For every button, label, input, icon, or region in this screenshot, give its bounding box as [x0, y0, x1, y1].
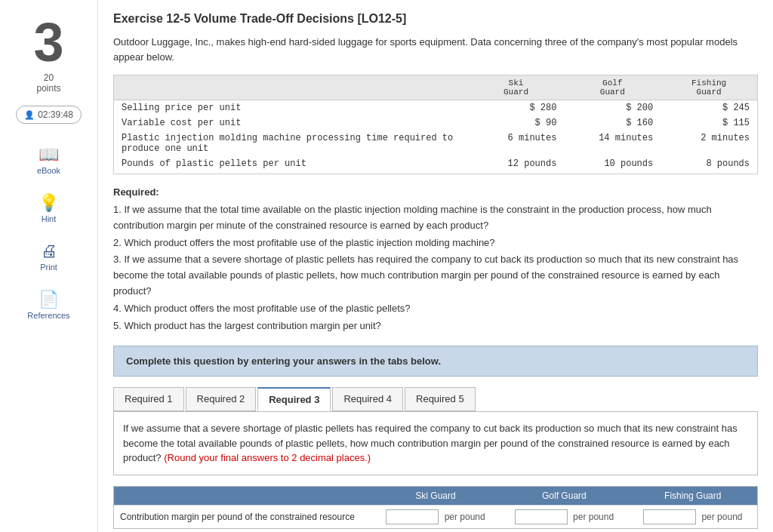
fishing-answer-input[interactable] [643, 509, 696, 524]
exercise-title: Exercise 12-5 Volume Trade-Off Decisions… [113, 12, 758, 26]
ski-answer-cell: per pound [371, 505, 500, 528]
sidebar: 3 20 points 👤 02:39:48 📖 eBook 💡 Hint 🖨 … [0, 0, 98, 532]
tabs-container: Required 1 Required 2 Required 3 Require… [113, 387, 758, 411]
required-title: Required: [113, 186, 758, 198]
golf-answer-cell: per pound [500, 505, 628, 528]
row-golf-3: 14 minutes [564, 131, 661, 156]
question-number: 3 [33, 15, 63, 69]
table-header-golf: GolfGuard [564, 75, 661, 100]
sidebar-item-print[interactable]: 🖨 Print [0, 235, 97, 278]
row-ski-3: 6 minutes [468, 131, 565, 156]
tab-required-5[interactable]: Required 5 [405, 387, 476, 411]
points-label: 20 points [36, 72, 60, 94]
row-golf-1: $ 200 [564, 100, 661, 116]
row-ski-2: $ 90 [468, 115, 565, 131]
sidebar-nav: 📖 eBook 💡 Hint 🖨 Print 📄 References [0, 139, 97, 326]
exercise-description: Outdoor Luggage, Inc., makes high-end ha… [113, 35, 758, 64]
tab-highlight-text: (Round your final answers to 2 decimal p… [164, 452, 371, 463]
instruction-text: Complete this question by entering your … [126, 355, 441, 367]
tab-required-4[interactable]: Required 4 [332, 387, 403, 411]
sidebar-item-references[interactable]: 📄 References [0, 284, 97, 326]
required-item-2: 2. Which product offers the most profita… [113, 235, 758, 251]
fishing-per-pound-label: per pound [701, 512, 742, 522]
required-item-1: 1. If we assume that the total time avai… [113, 202, 758, 234]
row-label-4: Pounds of plastic pellets per unit [114, 156, 468, 174]
instruction-box: Complete this question by entering your … [113, 346, 758, 377]
timer-box: 👤 02:39:48 [16, 106, 82, 124]
references-icon: 📄 [38, 290, 59, 309]
answer-row-label: Contribution margin per pound of the con… [114, 505, 371, 528]
golf-per-pound-label: per pound [573, 512, 614, 522]
main-content: Exercise 12-5 Volume Trade-Off Decisions… [98, 0, 773, 532]
table-row: Selling price per unit $ 280 $ 200 $ 245 [114, 100, 757, 116]
answer-header-fishing: Fishing Guard [629, 487, 757, 506]
golf-answer-input[interactable] [515, 509, 568, 524]
data-table: SkiGuard GolfGuard FishingGuard Selling … [114, 75, 757, 174]
timer-icon: 👤 [24, 110, 35, 120]
row-ski-1: $ 280 [468, 100, 565, 116]
sidebar-item-hint[interactable]: 💡 Hint [0, 187, 97, 229]
row-fishing-2: $ 115 [661, 115, 757, 131]
ski-answer-input[interactable] [386, 509, 439, 524]
sidebar-item-ebook[interactable]: 📖 eBook [0, 139, 97, 181]
print-label: Print [40, 263, 57, 272]
table-row: Variable cost per unit $ 90 $ 160 $ 115 [114, 115, 757, 131]
answer-row: Contribution margin per pound of the con… [114, 505, 757, 528]
print-icon: 🖨 [41, 241, 57, 261]
table-row: Plastic injection molding machine proces… [114, 131, 757, 156]
row-golf-4: 10 pounds [564, 156, 661, 174]
answer-header-golf: Golf Guard [500, 487, 628, 506]
required-item-4: 4. Which product offers the most profita… [113, 301, 758, 317]
answer-header-label [114, 487, 371, 506]
row-golf-2: $ 160 [564, 115, 661, 131]
answer-table-wrapper: Ski Guard Golf Guard Fishing Guard Contr… [113, 486, 758, 529]
required-section: Required: 1. If we assume that the total… [113, 186, 758, 334]
timer-value: 02:39:48 [38, 109, 73, 120]
table-header-ski: SkiGuard [468, 75, 565, 100]
tab-description: If we assume that a severe shortage of p… [123, 421, 748, 466]
tab-required-2[interactable]: Required 2 [186, 387, 257, 411]
row-fishing-1: $ 245 [661, 100, 757, 116]
data-table-wrapper: SkiGuard GolfGuard FishingGuard Selling … [113, 75, 758, 174]
answer-table: Ski Guard Golf Guard Fishing Guard Contr… [114, 487, 757, 528]
ebook-icon: 📖 [38, 145, 59, 165]
row-fishing-4: 8 pounds [661, 156, 757, 174]
row-label-1: Selling price per unit [114, 100, 468, 116]
table-header-fishing: FishingGuard [661, 75, 757, 100]
row-label-2: Variable cost per unit [114, 115, 468, 131]
tab-required-1[interactable]: Required 1 [113, 387, 184, 411]
required-item-3: 3. If we assume that a severe shortage o… [113, 252, 758, 299]
ebook-label: eBook [37, 166, 60, 175]
tab-content-box: If we assume that a severe shortage of p… [113, 411, 758, 475]
required-item-5: 5. Which product has the largest contrib… [113, 318, 758, 334]
table-row: Pounds of plastic pellets per unit 12 po… [114, 156, 757, 174]
table-header-label [114, 75, 468, 100]
ski-per-pound-label: per pound [445, 512, 485, 522]
hint-icon: 💡 [38, 193, 59, 213]
row-ski-4: 12 pounds [468, 156, 565, 174]
row-label-3: Plastic injection molding machine proces… [114, 131, 468, 156]
row-fishing-3: 2 minutes [661, 131, 757, 156]
required-list: 1. If we assume that the total time avai… [113, 202, 758, 334]
answer-header-ski: Ski Guard [371, 487, 500, 506]
hint-label: Hint [42, 214, 57, 223]
tab-required-3[interactable]: Required 3 [257, 387, 331, 411]
fishing-answer-cell: per pound [629, 505, 757, 528]
references-label: References [27, 311, 69, 320]
